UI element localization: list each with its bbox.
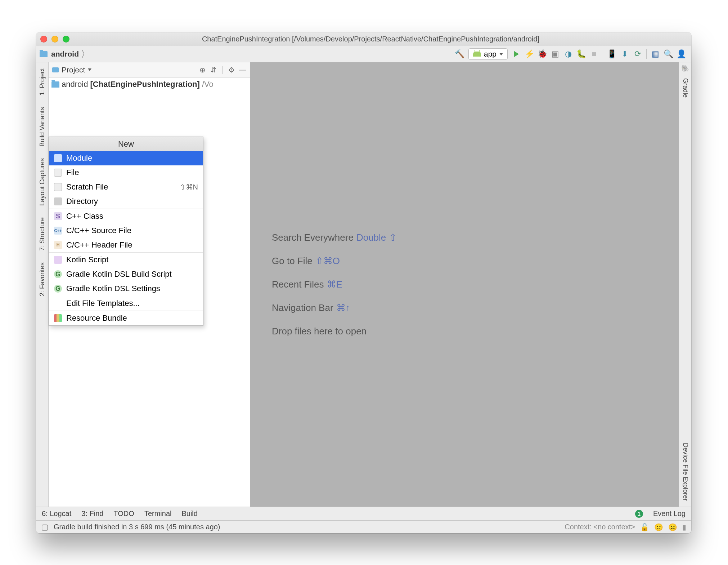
tab-find[interactable]: 3: Find <box>81 510 103 518</box>
menu-item-module[interactable]: Module <box>49 151 203 165</box>
menu-item-scratch-file[interactable]: Scratch File ⇧⌘N <box>49 180 203 194</box>
chevron-down-icon <box>499 53 503 55</box>
run-button[interactable] <box>511 49 522 59</box>
sdk-manager-icon[interactable]: ⬇ <box>619 49 630 59</box>
separator <box>603 49 603 59</box>
gear-icon[interactable]: ⚙ <box>228 66 235 74</box>
toolbar: android 〉 🔨 app ⚡ 🐞 ▣ ◑ 🐛 ■ 📱 ⬇ ⟳ ▦ 🔍 👤 <box>36 46 691 62</box>
tab-event-log[interactable]: Event Log <box>653 510 686 518</box>
menu-item-resource-bundle[interactable]: Resource Bundle <box>49 311 203 325</box>
blank-icon <box>54 299 62 307</box>
project-view-icon <box>52 67 59 72</box>
gradle-script-icon: G <box>54 270 62 278</box>
android-icon <box>473 52 481 57</box>
debug-icon[interactable]: 🐞 <box>537 49 548 59</box>
minimize-icon[interactable] <box>51 36 58 43</box>
breadcrumb-root: android <box>51 50 79 58</box>
context-menu-new: New Module File Scratch File ⇧⌘N Directo… <box>49 137 203 326</box>
folder-icon <box>40 51 48 57</box>
menu-item-cpp-source[interactable]: C++ C/C++ Source File <box>49 223 203 238</box>
hint-search-everywhere: Search Everywhere Double ⇧ <box>272 232 397 243</box>
apply-changes-icon[interactable]: ⚡ <box>524 49 535 59</box>
module-icon <box>54 154 62 162</box>
status-message: Gradle build finished in 3 s 699 ms (45 … <box>54 523 220 531</box>
sync-gradle-icon[interactable]: ⟳ <box>632 49 643 59</box>
status-bar-toggle-icon[interactable]: ▢ <box>41 522 49 532</box>
cpp-source-icon: C++ <box>54 227 62 235</box>
hint-navigation-bar: Navigation Bar ⌘↑ <box>272 302 350 313</box>
attach-debugger-icon[interactable]: 🐛 <box>576 49 587 59</box>
hammer-icon[interactable]: 🔨 <box>454 49 465 59</box>
menu-item-kotlin-script[interactable]: Kotlin Script <box>49 253 203 267</box>
chevron-down-icon[interactable] <box>88 68 91 71</box>
lock-icon[interactable]: 🔓 <box>640 523 649 531</box>
tab-terminal[interactable]: Terminal <box>144 510 172 518</box>
hint-go-to-file: Go to File ⇧⌘O <box>272 255 340 267</box>
window-title: ChatEnginePushIntegration [/Volumes/Deve… <box>76 35 665 43</box>
menu-item-edit-file-templates[interactable]: Edit File Templates... <box>49 296 203 311</box>
menu-item-gradle-settings[interactable]: G Gradle Kotlin DSL Settings <box>49 281 203 296</box>
project-panel-title[interactable]: Project <box>62 66 85 74</box>
project-structure-icon[interactable]: ▦ <box>650 49 661 59</box>
left-tool-strip: 1: Project Build Variants Layout Capture… <box>36 62 49 507</box>
cpp-class-icon: S <box>54 212 62 220</box>
editor-empty-state: Search Everywhere Double ⇧ Go to File ⇧⌘… <box>250 62 679 507</box>
tool-window-project[interactable]: 1: Project <box>39 62 46 101</box>
smile-icon[interactable]: 🙂 <box>654 523 663 531</box>
close-icon[interactable] <box>40 36 47 43</box>
menu-item-gradle-build-script[interactable]: G Gradle Kotlin DSL Build Script <box>49 267 203 281</box>
tool-window-layout-captures[interactable]: Layout Captures <box>39 152 46 212</box>
menu-item-cpp-header[interactable]: H C/C++ Header File <box>49 238 203 252</box>
run-config-selector[interactable]: app <box>468 48 508 60</box>
coverage-icon[interactable]: ◑ <box>563 49 574 59</box>
tool-window-device-file-explorer[interactable]: Device File Explorer <box>682 437 689 507</box>
frown-icon[interactable]: ☹️ <box>668 523 677 531</box>
tool-window-structure[interactable]: 7: Structure <box>39 212 46 257</box>
avd-manager-icon[interactable]: 📱 <box>606 49 617 59</box>
titlebar: ChatEnginePushIntegration [/Volumes/Deve… <box>36 32 691 46</box>
search-icon[interactable]: 🔍 <box>663 49 674 59</box>
project-panel-header: Project ⊕ ⇵ ⚙ — <box>49 62 250 77</box>
maximize-icon[interactable] <box>63 36 69 43</box>
file-icon <box>54 169 62 177</box>
main-area: 1: Project Build Variants Layout Capture… <box>36 62 691 507</box>
bottom-tool-tabs: 6: Logcat 3: Find TODO Terminal Build 1 … <box>36 507 691 520</box>
status-context[interactable]: Context: <no context> <box>565 523 635 531</box>
status-bar: ▢ Gradle build finished in 3 s 699 ms (4… <box>36 520 691 533</box>
tool-window-build-variants[interactable]: Build Variants <box>39 101 46 152</box>
hint-recent-files: Recent Files ⌘E <box>272 279 342 290</box>
resource-bundle-icon <box>54 314 62 322</box>
profile-icon[interactable]: ▣ <box>550 49 561 59</box>
breadcrumb[interactable]: android 〉 <box>40 48 90 60</box>
menu-item-cpp-class[interactable]: S C++ Class <box>49 209 203 223</box>
chevron-right-icon: 〉 <box>81 48 90 60</box>
tab-build[interactable]: Build <box>181 510 197 518</box>
right-tool-strip: 🐘 Gradle Device File Explorer <box>679 62 691 507</box>
kotlin-script-icon <box>54 256 62 264</box>
menu-item-file[interactable]: File <box>49 165 203 180</box>
profile-avatar-icon[interactable]: 👤 <box>676 49 687 59</box>
menu-item-directory[interactable]: Directory <box>49 194 203 209</box>
folder-icon <box>51 81 59 88</box>
tool-window-favorites[interactable]: 2: Favorites <box>39 257 46 302</box>
collapse-all-icon[interactable]: ⇵ <box>209 66 217 74</box>
tab-todo[interactable]: TODO <box>113 510 134 518</box>
run-config-label: app <box>484 50 496 58</box>
tree-module-path: /Vo <box>202 80 214 89</box>
directory-icon <box>54 197 62 205</box>
hide-icon[interactable]: — <box>238 66 246 74</box>
tab-logcat[interactable]: 6: Logcat <box>42 510 71 518</box>
locate-icon[interactable]: ⊕ <box>198 66 206 74</box>
gradle-settings-icon: G <box>54 285 62 293</box>
gradle-icon: 🐘 <box>681 64 689 72</box>
event-log-badge: 1 <box>635 510 643 518</box>
hint-drop-files: Drop files here to open <box>272 326 367 337</box>
tree-module-bold: [ChatEnginePushIntegration] <box>90 80 200 89</box>
project-tree-root[interactable]: android [ChatEnginePushIntegration] /Vo <box>49 77 250 91</box>
tree-module-name: android <box>62 80 88 89</box>
memory-indicator-icon[interactable]: ▮ <box>682 523 686 531</box>
stop-icon[interactable]: ■ <box>589 49 599 59</box>
separator <box>646 49 647 59</box>
scratch-file-icon <box>54 183 62 191</box>
tool-window-gradle[interactable]: Gradle <box>682 72 689 103</box>
